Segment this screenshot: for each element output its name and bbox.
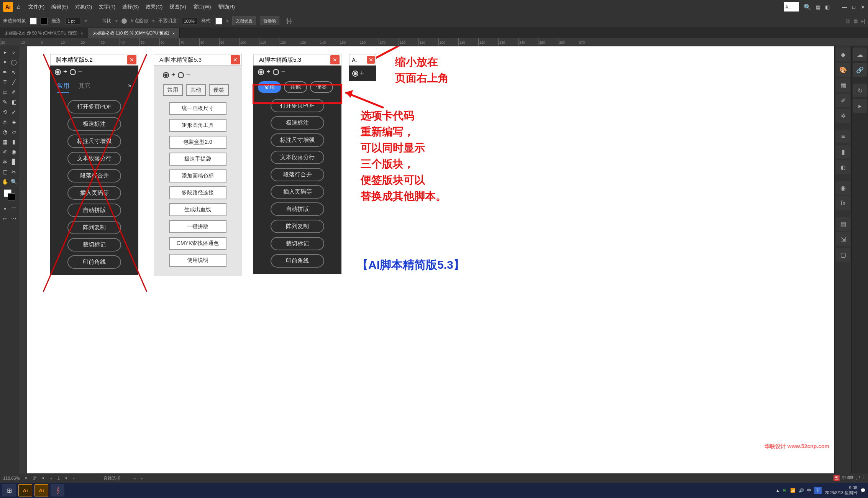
zoom-tool[interactable]: 🔍 bbox=[10, 178, 18, 186]
symbols-panel-icon[interactable]: ✲ bbox=[836, 109, 850, 123]
asset-export-panel-icon[interactable]: ⇲ bbox=[836, 232, 850, 246]
search-icon[interactable]: 🔍 bbox=[804, 3, 811, 11]
notifications-icon[interactable]: 💬 bbox=[860, 488, 866, 493]
swatches-panel-icon[interactable]: ▦ bbox=[836, 78, 850, 92]
width-tool[interactable]: ⋔ bbox=[1, 118, 9, 126]
tab-other[interactable]: 其它 bbox=[79, 82, 91, 93]
zoom-level[interactable]: 110.65% bbox=[3, 476, 20, 480]
properties-panel-icon[interactable]: ◆ bbox=[836, 48, 850, 61]
taskbar-ai-1[interactable]: Ai bbox=[18, 484, 32, 496]
col3-icon[interactable]: ▸| bbox=[861, 18, 865, 24]
color-mode[interactable]: ▪ bbox=[1, 204, 9, 213]
rotation[interactable]: 0° bbox=[33, 476, 37, 480]
script-button[interactable]: 包装盒型2.0 bbox=[169, 136, 226, 149]
graphic-styles-panel-icon[interactable]: fx bbox=[836, 196, 850, 210]
graph-tool[interactable]: ▊ bbox=[10, 158, 18, 166]
slice-tool[interactable]: ✂ bbox=[10, 168, 18, 176]
radio-on-icon[interactable] bbox=[258, 69, 264, 75]
menu-view[interactable]: 视图(V) bbox=[169, 3, 186, 10]
perspective-tool[interactable]: ▱ bbox=[10, 128, 18, 136]
taskbar-app-3[interactable]: 𝄞 bbox=[51, 484, 64, 496]
tab-common[interactable]: 常用 bbox=[57, 82, 69, 93]
mesh-tool[interactable]: ▦ bbox=[1, 138, 9, 146]
script-button[interactable]: 生成出血线 bbox=[169, 203, 226, 216]
layers-panel-icon[interactable]: ▤ bbox=[836, 217, 850, 231]
taskbar-ai-2[interactable]: Ai bbox=[34, 484, 48, 496]
script-button[interactable]: 裁切标记 bbox=[67, 238, 121, 251]
radio-off-icon[interactable] bbox=[70, 69, 76, 75]
script-button[interactable]: 印前角线 bbox=[67, 255, 121, 269]
menu-object[interactable]: 对象(O) bbox=[75, 3, 92, 10]
ime-icon[interactable]: 五 bbox=[834, 475, 840, 481]
script-button[interactable]: 文本段落分行 bbox=[67, 152, 121, 165]
magic-wand-tool[interactable]: ✦ bbox=[1, 58, 9, 66]
canvas[interactable]: 脚本精简版5.2 ✕ + − 常用 其它 » 打开多页PDF极速标注标注尺寸增强… bbox=[27, 46, 834, 473]
align-icon[interactable]: ╠╬ bbox=[286, 18, 292, 24]
col1-icon[interactable]: ▥ bbox=[845, 18, 850, 24]
radio-on-icon[interactable] bbox=[352, 71, 358, 77]
type-tool[interactable]: T bbox=[1, 78, 9, 86]
brushes-panel-icon[interactable]: ✐ bbox=[836, 94, 850, 107]
stroke-width-input[interactable] bbox=[66, 18, 81, 25]
line-tool[interactable]: ╱ bbox=[10, 78, 18, 86]
curvature-tool[interactable]: ∿ bbox=[10, 68, 18, 76]
fill-swatch[interactable] bbox=[30, 18, 37, 25]
radio-on-icon[interactable] bbox=[55, 69, 61, 75]
clock[interactable]: 9:06 2023/8/13 星期日 bbox=[825, 485, 857, 495]
opacity-input[interactable] bbox=[182, 18, 197, 25]
sync-icon[interactable]: ↕ bbox=[863, 475, 865, 481]
menu-file[interactable]: 文件(F) bbox=[28, 3, 45, 10]
close-button[interactable]: ✕ bbox=[367, 56, 375, 64]
minimize-icon[interactable]: — bbox=[842, 4, 847, 10]
col2-icon[interactable]: ▤ bbox=[853, 18, 858, 24]
scale-tool[interactable]: ⤢ bbox=[10, 108, 18, 116]
radio-off-icon[interactable] bbox=[178, 72, 184, 78]
tab-notes[interactable]: 便签 bbox=[209, 84, 229, 96]
script-button[interactable]: 裁切标记 bbox=[271, 237, 324, 250]
shape-builder-tool[interactable]: ◔ bbox=[1, 128, 9, 136]
script-button[interactable]: 阵列复制 bbox=[271, 220, 324, 233]
selection-tool[interactable]: ▸ bbox=[1, 48, 9, 56]
tab-common[interactable]: 常用 bbox=[163, 84, 183, 96]
rotate-tool[interactable]: ⟲ bbox=[1, 108, 9, 116]
gradient-mode[interactable]: ◫ bbox=[10, 204, 18, 213]
blend-tool[interactable]: ◉ bbox=[10, 148, 18, 156]
start-button[interactable]: ⊞ bbox=[2, 484, 16, 496]
stroke-swatch[interactable] bbox=[41, 18, 48, 25]
rect-tool[interactable]: ▭ bbox=[1, 88, 9, 96]
script-button[interactable]: 添加画稿色标 bbox=[169, 169, 226, 182]
doc-setup-button[interactable]: 文档设置 bbox=[232, 16, 256, 25]
artboard-tool[interactable]: ▢ bbox=[1, 168, 9, 176]
menu-window[interactable]: 窗口(W) bbox=[193, 3, 211, 10]
arrange-icon[interactable]: ▦ bbox=[816, 4, 820, 10]
history-panel-icon[interactable]: ↻ bbox=[853, 84, 867, 97]
script-button[interactable]: 标注尺寸增强 bbox=[67, 135, 121, 148]
free-transform-tool[interactable]: ◈ bbox=[10, 118, 18, 126]
tray-ime-badge[interactable]: 五 bbox=[814, 487, 822, 494]
libraries-panel-icon[interactable]: ☁ bbox=[853, 48, 867, 61]
doc-tab-1[interactable]: 未标题-2.ai @ 50 % (CMYK/CPU 预览)× bbox=[0, 28, 88, 38]
tray-shield-icon[interactable]: ⛨ bbox=[783, 488, 787, 493]
home-icon[interactable]: ⌂ bbox=[17, 3, 21, 10]
lasso-tool[interactable]: ◯ bbox=[10, 58, 18, 66]
script-button[interactable]: 段落行合并 bbox=[67, 169, 121, 182]
links-panel-icon[interactable]: 🔗 bbox=[853, 63, 867, 77]
radio-off-icon[interactable] bbox=[273, 69, 279, 75]
appearance-panel-icon[interactable]: ◉ bbox=[836, 181, 850, 195]
script-button[interactable]: 一键拼版 bbox=[169, 220, 226, 233]
color-panel-icon[interactable]: 🎨 bbox=[836, 63, 850, 77]
script-button[interactable]: 段落行合并 bbox=[271, 168, 324, 181]
direct-select-tool[interactable]: ▹ bbox=[10, 48, 18, 56]
menu-select[interactable]: 选择(S) bbox=[122, 3, 139, 10]
script-button[interactable]: 极速标注 bbox=[67, 117, 121, 131]
script-button[interactable]: 插入页码等 bbox=[271, 185, 324, 199]
script-button[interactable]: 插入页码等 bbox=[67, 186, 121, 200]
hand-tool[interactable]: ✋ bbox=[1, 178, 9, 186]
search-field[interactable]: A... bbox=[784, 2, 799, 12]
tray-wifi-icon[interactable]: 📶 bbox=[790, 488, 796, 493]
gradient-panel-icon[interactable]: ▮ bbox=[836, 145, 850, 159]
artboards-panel-icon[interactable]: ▢ bbox=[836, 248, 850, 261]
tab-other[interactable]: 其他 bbox=[186, 84, 206, 96]
workspace-icon[interactable]: ◧ bbox=[825, 4, 830, 10]
close-button[interactable]: ✕ bbox=[127, 55, 136, 64]
